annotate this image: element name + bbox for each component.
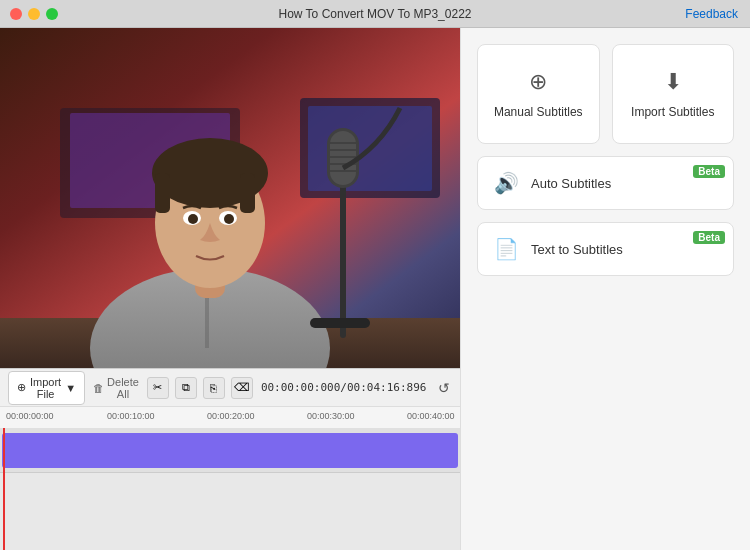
dropdown-arrow-icon: ▼ [65,382,76,394]
paste-tool-button[interactable]: ⎘ [203,377,225,399]
edit-tools: ✂ ⧉ ⎘ ⌫ [147,377,253,399]
ruler-marks-container: 00:00:00:00 00:00:10:00 00:00:20:00 00:0… [2,407,460,428]
playhead[interactable] [3,428,5,550]
text-to-subtitles-card[interactable]: 📄 Text to Subtitles Beta [477,222,734,276]
timeline-toolbar: ⊕ Import File ▼ 🗑 Delete All ✂ ⧉ ⎘ ⌫ 00:… [0,368,460,406]
video-clip[interactable] [2,433,458,468]
feedback-link[interactable]: Feedback [685,7,738,21]
trash-icon: 🗑 [93,382,104,394]
video-area [0,28,460,368]
svg-point-15 [188,214,198,224]
text-to-subtitles-beta-badge: Beta [693,231,725,244]
ruler-mark-4: 00:00:40:00 [407,411,455,421]
auto-subtitles-beta-badge: Beta [693,165,725,178]
window-title: How To Convert MOV To MP3_0222 [279,7,472,21]
auto-subtitles-card[interactable]: 🔊 Auto Subtitles Beta [477,156,734,210]
right-panel: ⊕ Manual Subtitles ⬇ Import Subtitles 🔊 … [460,28,750,550]
title-bar: How To Convert MOV To MP3_0222 Feedback [0,0,750,28]
auto-subtitles-label: Auto Subtitles [531,176,611,191]
ruler-mark-1: 00:00:10:00 [107,411,155,421]
plus-icon: ⊕ [17,381,26,394]
timecode-display: 00:00:00:000/00:04:16:896 [261,381,427,394]
video-panel: ⊕ Import File ▼ 🗑 Delete All ✂ ⧉ ⎘ ⌫ 00:… [0,28,460,550]
svg-rect-12 [240,173,255,213]
manual-subtitles-card[interactable]: ⊕ Manual Subtitles [477,44,600,144]
copy-tool-button[interactable]: ⧉ [175,377,197,399]
import-subtitles-label: Import Subtitles [631,105,714,119]
ruler-mark-3: 00:00:30:00 [307,411,355,421]
video-track [0,428,460,473]
ruler-mark-2: 00:00:20:00 [207,411,255,421]
maximize-button[interactable] [46,8,58,20]
import-file-button[interactable]: ⊕ Import File ▼ [8,371,85,405]
undo-button[interactable]: ↺ [434,378,454,398]
svg-rect-11 [155,173,170,213]
subtitle-top-options: ⊕ Manual Subtitles ⬇ Import Subtitles [477,44,734,144]
auto-subtitles-icon: 🔊 [494,171,519,195]
svg-rect-17 [340,168,346,338]
text-to-subtitles-label: Text to Subtitles [531,242,623,257]
svg-point-16 [224,214,234,224]
svg-rect-19 [330,131,356,185]
import-subtitles-icon: ⬇ [664,69,682,95]
svg-rect-25 [310,318,370,328]
main-content: ⊕ Import File ▼ 🗑 Delete All ✂ ⧉ ⎘ ⌫ 00:… [0,28,750,550]
cut-tool-button[interactable]: ✂ [147,377,169,399]
bottom-spacer [477,288,734,534]
video-frame [0,28,460,368]
manual-subtitles-label: Manual Subtitles [494,105,583,119]
import-subtitles-card[interactable]: ⬇ Import Subtitles [612,44,735,144]
ruler-mark-0: 00:00:00:00 [6,411,54,421]
delete-tool-button[interactable]: ⌫ [231,377,253,399]
timeline-tracks [0,428,460,550]
text-to-subtitles-icon: 📄 [494,237,519,261]
delete-all-button[interactable]: 🗑 Delete All [93,376,139,400]
window-controls [10,8,58,20]
minimize-button[interactable] [28,8,40,20]
manual-subtitles-icon: ⊕ [529,69,547,95]
timeline-ruler: 00:00:00:00 00:00:10:00 00:00:20:00 00:0… [0,406,460,428]
close-button[interactable] [10,8,22,20]
